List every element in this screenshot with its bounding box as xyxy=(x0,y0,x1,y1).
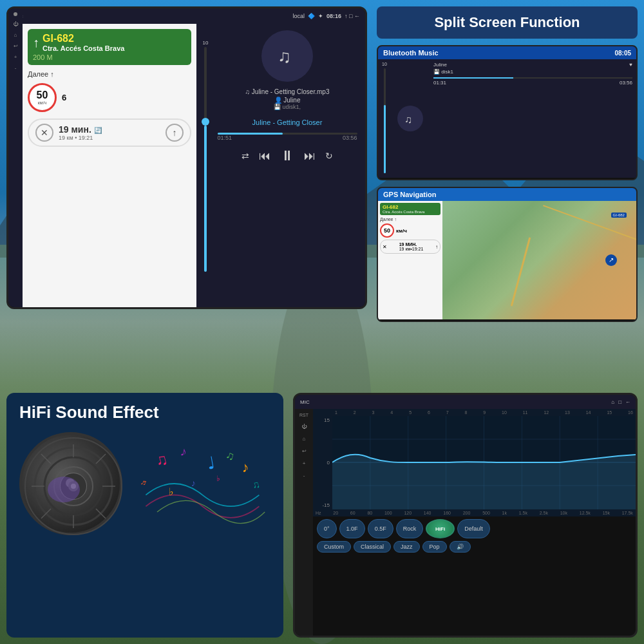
speed-limit-circle: 50 км/ч xyxy=(28,83,57,112)
big-screen: MIC local 🔷 ✦ 08:16 ↑ □ ← ⏻ ⌂ ↩ + - xyxy=(6,6,367,309)
mini-eta-up[interactable]: ↑ xyxy=(435,244,438,250)
svg-text:♪: ♪ xyxy=(191,478,196,488)
svg-text:♭: ♭ xyxy=(216,474,220,483)
mini-bt-source: 💾 disk1 xyxy=(433,69,632,75)
freq-2-5k: 2.5k xyxy=(540,511,548,515)
bottom-section: HiFi Sound Effect xyxy=(6,393,638,638)
eta-time: 19 мин. 🔄 xyxy=(59,124,160,135)
eq-vol-up-icon[interactable]: + xyxy=(303,460,306,466)
route-number: GI-682 xyxy=(43,33,124,44)
play-pause-btn[interactable]: ⏸ xyxy=(280,147,294,164)
status-icons: ↑ □ ← xyxy=(345,13,360,19)
split-screen-title: Split Screen Function xyxy=(377,6,638,39)
eq-btn-default[interactable]: Default xyxy=(457,519,490,538)
mini-speed-circle: 50 xyxy=(380,223,394,238)
freq-15k: 15k xyxy=(603,511,610,515)
status-bluetooth: 🔷 xyxy=(308,13,315,19)
direction-dist: 200 M xyxy=(33,53,186,61)
band-6: 6 xyxy=(428,410,430,415)
eq-home-icon[interactable]: ⌂ xyxy=(303,436,306,442)
mini-nav-title: GPS Navigation xyxy=(383,191,437,198)
time-current: 01:51 xyxy=(218,135,232,141)
eq-btn-jazz[interactable]: Jazz xyxy=(393,541,420,553)
hifi-panel: HiFi Sound Effect xyxy=(6,393,283,638)
eq-btn-hifi[interactable]: HiFi xyxy=(426,519,455,538)
band-3: 3 xyxy=(372,410,375,415)
sidebar-minus-icon[interactable]: - xyxy=(15,65,17,71)
eq-vol-down-icon[interactable]: - xyxy=(303,473,305,478)
eq-btn-rock[interactable]: Rock xyxy=(396,519,424,538)
mini-speed-num: 50 xyxy=(384,227,390,234)
sidebar-home-icon[interactable]: ⌂ xyxy=(14,32,17,38)
mini-bt-user-row: Juline ♥ xyxy=(433,62,632,68)
eq-main: 1 2 3 4 5 6 7 8 9 10 11 12 13 14 15 16 xyxy=(313,409,636,636)
status-time: 08:16 xyxy=(327,13,341,19)
later-label: Далее ↑ xyxy=(28,70,54,78)
eq-btn-speaker[interactable]: 🔊 xyxy=(450,541,471,553)
track-name: ♫ Juline - Getting Closer.mp3 xyxy=(218,88,357,95)
mini-vol-fill xyxy=(384,105,386,173)
eq-back-icon[interactable]: ↩ xyxy=(302,448,307,454)
mini-bt-title: Bluetooth Music xyxy=(383,49,439,57)
mini-route-num: GI-682 xyxy=(383,204,438,210)
next-btn[interactable]: ⏭ xyxy=(304,149,316,163)
eq-btn-classical[interactable]: Classical xyxy=(354,541,391,553)
prev-btn[interactable]: ⏮ xyxy=(259,149,270,163)
eq-status-mic: MIC xyxy=(300,399,310,405)
mini-eta-box: ✕ 19 МИН. 19 км•19:21 ↑ xyxy=(380,240,440,254)
freq-1-5k: 1.5k xyxy=(519,511,527,515)
svg-text:♫: ♫ xyxy=(153,450,169,470)
freq-17-5k: 17.5k xyxy=(622,511,633,515)
svg-text:♬: ♬ xyxy=(140,477,148,488)
screen-content: ⏻ ⌂ ↩ + - ↑ GI-682 Ctra. Accés Costa Bra… xyxy=(8,24,365,307)
eq-btn-0deg[interactable]: 0° xyxy=(317,519,337,538)
band-7: 7 xyxy=(446,410,449,415)
eta-info: 19 мин. 🔄 19 км • 19:21 xyxy=(59,124,160,141)
eq-btn-1f[interactable]: 1.0F xyxy=(339,519,365,538)
mini-play-icon[interactable]: ⏸ xyxy=(506,180,514,180)
top-section: MIC local 🔷 ✦ 08:16 ↑ □ ← ⏻ ⌂ ↩ + - xyxy=(6,6,638,322)
hifi-title: HiFi Sound Effect xyxy=(19,402,270,422)
mini-volume-slider[interactable]: 10 xyxy=(378,59,391,178)
eq-btn-custom[interactable]: Custom xyxy=(317,541,351,553)
progress-bar[interactable] xyxy=(218,133,357,135)
eq-sidebar: RST ⏻ ⌂ ↩ + - xyxy=(295,409,313,636)
volume-slider-area[interactable]: 10 xyxy=(200,40,211,272)
speed-unit: км/ч xyxy=(38,100,46,105)
sidebar-power-icon[interactable]: ⏻ xyxy=(13,21,18,27)
sidebar-plus-icon[interactable]: + xyxy=(14,54,17,60)
sidebar-back-icon[interactable]: ↩ xyxy=(14,43,18,49)
map-nav-arrow: ↗ xyxy=(605,254,617,266)
right-panel: Split Screen Function Bluetooth Music 08… xyxy=(377,6,638,322)
mini-eta-close[interactable]: ✕ xyxy=(383,244,387,250)
status-wifi: ✦ xyxy=(318,13,323,19)
eq-label-neg15: -15 xyxy=(322,502,330,508)
eq-label-0: 0 xyxy=(327,460,330,466)
eq-btn-05f[interactable]: 0.5F xyxy=(368,519,393,538)
mini-bt-time: 08:05 xyxy=(614,50,631,57)
freq-12-5k: 12.5k xyxy=(580,511,591,515)
freq-120: 120 xyxy=(404,511,412,515)
volume-thumb[interactable] xyxy=(202,118,209,126)
mini-eta-time: 19 МИН. xyxy=(399,242,424,247)
shuffle-btn[interactable]: ⇄ xyxy=(242,151,249,161)
freq-500: 500 xyxy=(482,511,490,515)
volume-bar[interactable] xyxy=(204,47,207,272)
eq-chart[interactable] xyxy=(332,416,636,509)
speed-limit-num: 50 xyxy=(37,90,48,100)
eta-close-btn[interactable]: ✕ xyxy=(35,124,53,142)
mini-bt-heart: ♥ xyxy=(629,62,632,68)
repeat-btn[interactable]: ↻ xyxy=(325,151,333,161)
eq-label-15: 15 xyxy=(324,417,330,423)
eta-expand-btn[interactable]: ↑ xyxy=(166,124,184,142)
eq-btn-pop[interactable]: Pop xyxy=(422,541,447,553)
eq-power-icon[interactable]: ⏻ xyxy=(301,424,307,430)
map-road-1 xyxy=(511,238,531,307)
map-background: GI-682 ↗ xyxy=(442,201,636,319)
svg-point-22 xyxy=(48,477,80,502)
nav-route-box: ↑ GI-682 Ctra. Accés Costa Brava 200 M xyxy=(28,29,191,65)
mini-route-name: Ctra. Accés Costa Brava xyxy=(383,210,438,214)
freq-140: 140 xyxy=(424,511,431,515)
progress-fill xyxy=(218,133,283,135)
eq-chart-row: 15 0 -15 xyxy=(313,416,636,509)
